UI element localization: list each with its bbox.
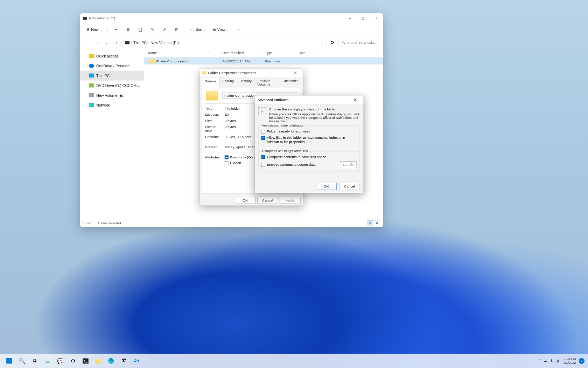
breadcrumb-item[interactable]: New Volume (E:): [150, 40, 179, 45]
taskbar: 🔍 ⧉ ☁ 💬 ⚙ >_ 🛠 🛍 ˄ ☁ 🖧 🔊 1:24 PM 4/1/202…: [0, 354, 588, 368]
network-tray-icon[interactable]: 🖧: [550, 359, 553, 363]
close-button[interactable]: ✕: [370, 13, 383, 23]
minimize-button[interactable]: ─: [343, 13, 356, 23]
taskbar-app-edge[interactable]: [105, 355, 117, 367]
breadcrumb-item[interactable]: This PC: [133, 40, 147, 45]
encrypt-checkbox[interactable]: [261, 163, 265, 167]
search-icon: 🔍: [341, 41, 345, 45]
volume-tray-icon[interactable]: 🔊: [556, 359, 560, 363]
forward-button[interactable]: →: [93, 39, 101, 47]
recent-button[interactable]: ⌄: [103, 39, 111, 47]
ok-button[interactable]: OK: [235, 197, 255, 204]
status-bar: 1 item 1 item selected ≡ ▦: [80, 219, 383, 227]
readonly-checkbox[interactable]: [225, 156, 229, 159]
nav-volume-e[interactable]: ›New Volume (E:): [80, 90, 144, 100]
monitor-icon: [89, 74, 94, 78]
value-created: Friday, April 1, 2022,: [225, 145, 256, 149]
tab-security[interactable]: Security: [237, 77, 254, 88]
trash-icon: 🗑: [175, 27, 178, 32]
delete-button[interactable]: 🗑: [172, 25, 182, 34]
new-button[interactable]: ⊕ New ⌄: [84, 26, 105, 34]
folder-icon: [149, 59, 155, 63]
column-name[interactable]: Name˄: [144, 49, 219, 57]
advanced-titlebar[interactable]: Advanced Attributes ✕: [255, 96, 364, 104]
archive-checkbox[interactable]: [261, 130, 265, 134]
copy-button[interactable]: ⧉: [123, 25, 133, 34]
explorer-titlebar[interactable]: New Volume (E:) ─ ▢ ✕: [80, 13, 383, 23]
label-contains: Contains:: [205, 135, 225, 139]
column-date[interactable]: Date modified: [219, 49, 261, 57]
drive-icon: [83, 17, 87, 20]
chevron-right-icon: ›: [148, 41, 149, 44]
nav-quick-access[interactable]: ›Quick access: [80, 51, 144, 61]
item-count: 1 item: [83, 221, 92, 225]
taskbar-app-terminal[interactable]: >_: [80, 355, 91, 367]
dialog-title: Folder Compression Properties: [208, 71, 256, 75]
hidden-checkbox[interactable]: [225, 161, 229, 165]
file-row[interactable]: Folder Compression 4/1/2022 1:24 PM File…: [144, 57, 383, 65]
tab-customize[interactable]: Customize: [280, 77, 301, 88]
back-button[interactable]: ←: [83, 39, 91, 47]
window-title: New Volume (E:): [89, 16, 115, 20]
search-input[interactable]: 🔍 Search New Volu...: [338, 38, 380, 47]
tray-chevron-icon[interactable]: ˄: [539, 359, 541, 363]
apply-button[interactable]: Apply: [280, 197, 301, 204]
nav-network[interactable]: ›Network: [80, 100, 144, 110]
label-sizeondisk: Size on disk:: [205, 125, 225, 133]
refresh-button[interactable]: ⟳: [328, 38, 337, 47]
task-view-button[interactable]: ⧉: [29, 355, 41, 367]
paste-button[interactable]: 📋: [135, 25, 146, 34]
properties-titlebar[interactable]: Folder Compression Properties ✕: [200, 69, 303, 77]
intro-text-1: Choose the settings you want for this fo…: [269, 107, 360, 111]
compress-checkbox[interactable]: ✓: [261, 155, 265, 159]
up-button[interactable]: ↑: [112, 39, 120, 47]
value-sizeondisk: 0 bytes: [225, 125, 236, 133]
more-button[interactable]: ⋯: [233, 25, 244, 34]
onedrive-tray-icon[interactable]: ☁: [544, 359, 547, 363]
address-bar[interactable]: › This PC › New Volume (E:) ⌄: [122, 38, 326, 47]
close-button[interactable]: ✕: [290, 70, 301, 75]
notification-badge[interactable]: 2: [579, 358, 585, 364]
index-checkbox[interactable]: ✓: [261, 136, 265, 140]
view-button[interactable]: ☰ View ⌄: [210, 26, 231, 34]
taskbar-app-settings[interactable]: ⚙: [67, 355, 79, 367]
sort-button[interactable]: ↑↓ Sort ⌄: [188, 26, 209, 34]
search-button[interactable]: 🔍: [16, 355, 28, 367]
details-view-button[interactable]: ≡: [367, 220, 373, 226]
chevron-down-icon[interactable]: ⌄: [322, 41, 324, 44]
tab-previous-versions[interactable]: Previous Versions: [254, 77, 280, 88]
cut-button[interactable]: ✂: [111, 25, 121, 34]
group-legend: Compress or Encrypt attributes: [261, 149, 309, 152]
taskbar-app[interactable]: 🛠: [118, 355, 130, 367]
cancel-button[interactable]: Cancel: [339, 183, 360, 190]
rename-button[interactable]: ✎: [147, 25, 158, 34]
taskbar-app[interactable]: 💬: [54, 355, 66, 367]
nav-onedrive[interactable]: ›OneDrive - Personal: [80, 61, 144, 70]
ok-button[interactable]: OK: [316, 183, 337, 190]
nav-dvd-drive[interactable]: ›DVD Drive (D:) CCCOMA_X64FR: [80, 81, 144, 90]
value-type: File folder: [225, 107, 240, 111]
label-location: Location:: [205, 113, 225, 117]
clock[interactable]: 1:24 PM 4/1/2022: [564, 357, 576, 365]
share-button[interactable]: ↗: [159, 25, 170, 34]
details-button[interactable]: Details: [340, 161, 357, 168]
tab-sharing[interactable]: Sharing: [219, 77, 237, 88]
intro-text-2: When you click OK or Apply on the Proper…: [269, 112, 360, 123]
nav-this-pc[interactable]: ›This PC: [80, 71, 144, 81]
taskbar-app-explorer[interactable]: [92, 355, 104, 367]
chevron-right-icon: ›: [84, 54, 86, 57]
maximize-button[interactable]: ▢: [356, 13, 370, 23]
column-size[interactable]: Size: [295, 49, 317, 57]
column-type[interactable]: Type: [262, 49, 295, 57]
start-button[interactable]: [4, 355, 15, 367]
tab-general[interactable]: General: [202, 77, 219, 88]
properties-tabs: General Sharing Security Previous Versio…: [200, 77, 303, 88]
chat-icon: 💬: [57, 358, 63, 364]
taskbar-app-store[interactable]: 🛍: [131, 355, 142, 367]
cloud-icon: [89, 64, 94, 68]
close-button[interactable]: ✕: [350, 97, 360, 102]
thumbnails-view-button[interactable]: ▦: [374, 220, 380, 226]
taskbar-app[interactable]: ☁: [42, 355, 53, 367]
terminal-icon: >_: [83, 358, 89, 363]
cancel-button[interactable]: Cancel: [257, 197, 278, 204]
